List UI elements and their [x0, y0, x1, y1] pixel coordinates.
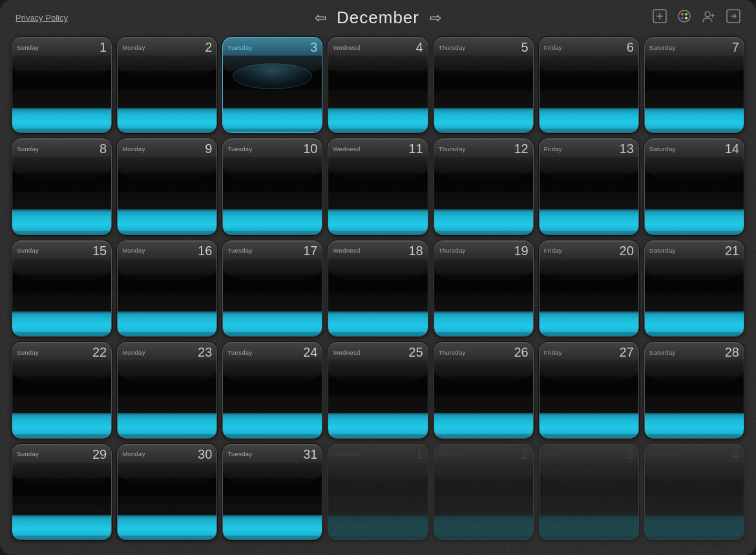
day-cell-8-sunday[interactable]: Sunday8 — [12, 138, 112, 235]
day-label-bar: Monday2 — [118, 37, 216, 56]
cell-middle — [645, 361, 744, 413]
day-cell-3-tuesday[interactable]: Tuesday3 — [222, 37, 322, 133]
cell-bottom-strip — [328, 413, 427, 437]
day-cell-5-thursday[interactable]: Thursday5 — [434, 37, 534, 133]
person-add-icon[interactable] — [702, 9, 716, 26]
cell-middle — [645, 157, 744, 209]
day-cell-2-monday[interactable]: Monday2 — [117, 37, 217, 133]
cell-stripe — [118, 275, 216, 293]
cell-bottom-strip — [540, 515, 638, 539]
today-oval — [233, 63, 313, 89]
day-cell-9-monday[interactable]: Monday9 — [117, 138, 217, 235]
day-label-bar: Tuesday10 — [223, 139, 322, 157]
cell-bottom-strip — [328, 209, 427, 234]
cell-stripe — [540, 275, 638, 293]
day-label-bar: Tuesday31 — [223, 445, 322, 463]
day-label-bar: Monday9 — [118, 139, 216, 157]
cell-middle — [328, 157, 427, 209]
new-calendar-icon[interactable] — [653, 9, 667, 26]
day-cell-19-thursday[interactable]: Thursday19 — [434, 240, 534, 337]
cell-middle — [12, 361, 111, 413]
day-cell-4-saturday[interactable]: Saturday4 — [644, 444, 744, 540]
cell-middle — [12, 157, 111, 209]
day-name: Wednesd — [333, 450, 360, 457]
svg-point-7 — [685, 17, 688, 19]
cell-stripe — [645, 71, 744, 89]
day-cell-13-friday[interactable]: Friday13 — [539, 138, 639, 235]
day-cell-30-monday[interactable]: Monday30 — [117, 444, 217, 540]
cell-middle — [434, 463, 533, 515]
prev-month-button[interactable]: ⇦ — [315, 10, 326, 26]
export-icon[interactable] — [726, 9, 740, 26]
day-name: Thursday — [439, 349, 466, 356]
day-cell-1-sunday[interactable]: Sunday1 — [12, 37, 112, 133]
cell-bottom-strip — [118, 311, 216, 336]
day-cell-11-wednesd[interactable]: Wednesd11 — [328, 138, 428, 235]
day-cell-12-thursday[interactable]: Thursday12 — [434, 138, 534, 235]
cell-stripe — [434, 377, 533, 395]
cell-middle — [12, 463, 111, 515]
day-cell-27-friday[interactable]: Friday27 — [539, 342, 639, 438]
day-label-bar: Sunday29 — [12, 445, 111, 463]
day-number: 4 — [415, 41, 423, 54]
day-cell-22-sunday[interactable]: Sunday22 — [12, 342, 112, 438]
day-name: Saturday — [649, 349, 675, 356]
calendar-grid: Sunday1Monday2Tuesday3Wednesd4Thursday5F… — [0, 33, 756, 549]
cell-bottom-strip — [434, 209, 533, 234]
cell-middle — [434, 56, 533, 108]
day-label-bar: Sunday1 — [12, 37, 111, 56]
day-number: 23 — [198, 346, 212, 359]
privacy-policy-link[interactable]: Privacy Policy — [16, 13, 68, 23]
day-cell-31-tuesday[interactable]: Tuesday31 — [222, 444, 322, 540]
cell-stripe — [12, 71, 111, 89]
day-name: Sunday — [17, 145, 39, 152]
day-cell-23-monday[interactable]: Monday23 — [117, 342, 217, 438]
cell-stripe — [328, 478, 427, 496]
day-label-bar: Thursday2 — [434, 445, 533, 463]
day-cell-29-sunday[interactable]: Sunday29 — [12, 444, 112, 540]
cell-middle — [434, 361, 533, 413]
day-cell-6-friday[interactable]: Friday6 — [539, 37, 639, 133]
cell-middle — [12, 259, 111, 311]
cell-middle — [328, 259, 427, 311]
day-cell-28-saturday[interactable]: Saturday28 — [644, 342, 744, 438]
day-name: Wednesd — [333, 247, 360, 254]
cell-stripe — [328, 275, 427, 293]
cell-bottom-strip — [645, 209, 744, 234]
day-number: 3 — [627, 448, 634, 461]
cell-bottom-strip — [434, 311, 533, 336]
cell-bottom-strip — [12, 311, 111, 336]
svg-point-4 — [681, 13, 684, 16]
day-cell-1-wednesd[interactable]: Wednesd1 — [328, 444, 428, 540]
day-cell-25-wednesd[interactable]: Wednesd25 — [328, 342, 428, 438]
cell-stripe — [540, 478, 638, 496]
day-name: Wednesd — [333, 349, 360, 356]
cell-bottom-strip — [645, 108, 744, 132]
day-number: 7 — [732, 41, 739, 54]
cell-bottom-strip — [118, 515, 216, 539]
day-cell-3-friday[interactable]: Friday3 — [539, 444, 639, 540]
cell-middle — [118, 361, 216, 413]
day-label-bar: Saturday21 — [645, 241, 744, 259]
day-cell-18-wednesd[interactable]: Wednesd18 — [328, 240, 428, 337]
cell-middle — [328, 56, 427, 108]
day-cell-17-tuesday[interactable]: Tuesday17 — [222, 240, 322, 337]
day-name: Monday — [122, 450, 145, 457]
day-cell-26-thursday[interactable]: Thursday26 — [434, 342, 534, 438]
day-cell-20-friday[interactable]: Friday20 — [539, 240, 639, 337]
day-cell-2-thursday[interactable]: Thursday2 — [434, 444, 534, 540]
day-label-bar: Sunday15 — [12, 241, 111, 259]
day-cell-21-saturday[interactable]: Saturday21 — [644, 240, 744, 337]
day-label-bar: Tuesday3 — [223, 37, 322, 56]
day-cell-10-tuesday[interactable]: Tuesday10 — [222, 138, 322, 235]
day-number: 29 — [92, 448, 107, 461]
day-cell-7-saturday[interactable]: Saturday7 — [644, 37, 744, 133]
next-month-button[interactable]: ⇨ — [430, 10, 441, 26]
day-cell-16-monday[interactable]: Monday16 — [117, 240, 217, 337]
day-cell-15-sunday[interactable]: Sunday15 — [12, 240, 112, 337]
day-cell-24-tuesday[interactable]: Tuesday24 — [222, 342, 322, 438]
palette-icon[interactable] — [677, 9, 691, 26]
day-cell-4-wednesd[interactable]: Wednesd4 — [328, 37, 428, 133]
day-cell-14-saturday[interactable]: Saturday14 — [644, 138, 744, 235]
day-name: Thursday — [439, 145, 466, 152]
